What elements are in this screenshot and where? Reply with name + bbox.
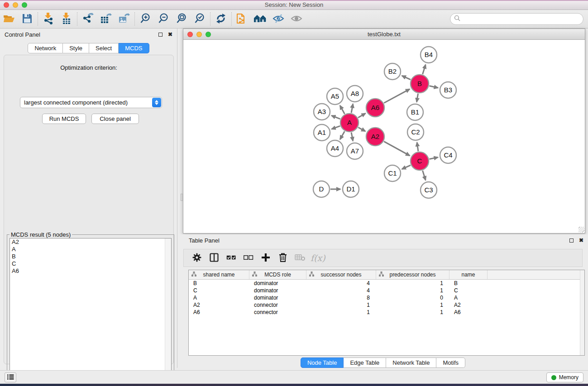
table-row[interactable]: Adominator80A <box>189 294 584 301</box>
cell-MCDS-role[interactable]: dominator <box>249 280 306 286</box>
column-header-MCDS-role[interactable]: MCDS role <box>249 270 306 279</box>
deselect-all-button[interactable] <box>242 251 255 265</box>
result-item[interactable]: A6 <box>10 267 171 275</box>
edge-C-C4[interactable] <box>430 157 438 159</box>
edge-B-B3[interactable] <box>429 86 438 88</box>
column-header-name[interactable]: name <box>449 270 488 279</box>
node-B3[interactable]: B3 <box>440 82 456 98</box>
network-from-file-button[interactable] <box>233 11 251 27</box>
refresh-button[interactable] <box>212 11 230 27</box>
zoom-selected-button[interactable] <box>191 11 209 27</box>
node-A6[interactable]: A6 <box>366 99 384 117</box>
node-B1[interactable]: B1 <box>407 104 423 120</box>
edge-A-A1[interactable] <box>332 126 340 129</box>
node-B[interactable]: B <box>411 75 429 93</box>
edge-B-B2[interactable] <box>402 76 411 80</box>
table-row[interactable]: Cdominator41C <box>189 287 584 294</box>
tab-network-table[interactable]: Network Table <box>386 357 436 368</box>
import-network-button[interactable] <box>39 11 57 27</box>
result-scrollbar[interactable] <box>165 238 171 385</box>
zoom-out-button[interactable] <box>154 11 172 27</box>
show-columns-button[interactable] <box>207 251 221 265</box>
cell-name[interactable]: C <box>449 287 488 294</box>
cell-successor-nodes[interactable]: 8 <box>306 295 376 301</box>
column-header-successor-nodes[interactable]: successor nodes <box>306 270 376 279</box>
cell-shared-name[interactable]: A2 <box>189 302 249 308</box>
edge-C-C1[interactable] <box>402 165 411 169</box>
save-session-button[interactable] <box>18 11 36 27</box>
minimize-network-window-button[interactable] <box>196 32 202 37</box>
node-A3[interactable]: A3 <box>314 104 330 120</box>
edge-A6-B[interactable] <box>384 89 410 103</box>
close-panel-icon[interactable]: ✖ <box>168 31 172 38</box>
edge-A2-C[interactable] <box>384 142 410 156</box>
node-C2[interactable]: C2 <box>407 124 424 140</box>
edge-C-C3[interactable] <box>423 171 426 180</box>
minimize-window-button[interactable] <box>13 2 18 8</box>
float-table-panel-icon[interactable] <box>569 238 574 243</box>
close-network-window-button[interactable] <box>187 32 193 37</box>
node-C[interactable]: C <box>411 152 429 170</box>
result-item[interactable]: C <box>10 260 171 267</box>
window-resize-grip[interactable] <box>578 227 584 233</box>
cell-predecessor-nodes[interactable]: 1 <box>376 287 449 294</box>
tab-mcds[interactable]: MCDS <box>119 43 149 53</box>
show-graphics-details-button[interactable] <box>287 11 306 27</box>
delete-column-button[interactable] <box>276 251 290 265</box>
column-header-predecessor-nodes[interactable]: predecessor nodes <box>376 270 449 279</box>
result-item[interactable]: A <box>10 246 171 253</box>
cell-successor-nodes[interactable]: 4 <box>306 280 376 286</box>
cell-predecessor-nodes[interactable]: 1 <box>376 309 449 315</box>
zoom-in-button[interactable] <box>136 11 154 27</box>
result-item[interactable]: A2 <box>10 238 171 246</box>
cell-shared-name[interactable]: C <box>189 287 249 294</box>
node-B2[interactable]: B2 <box>384 63 401 80</box>
open-session-button[interactable] <box>0 11 18 27</box>
float-panel-icon[interactable] <box>158 33 163 37</box>
delete-table-button[interactable] <box>293 251 307 265</box>
tab-motifs[interactable]: Motifs <box>436 357 465 368</box>
cell-shared-name[interactable]: B <box>189 280 249 286</box>
table-settings-button[interactable] <box>190 251 204 265</box>
zoom-fit-button[interactable] <box>172 11 191 27</box>
close-table-panel-icon[interactable]: ✖ <box>579 237 583 243</box>
node-table[interactable]: shared nameMCDS rolesuccessor nodesprede… <box>188 270 585 356</box>
memory-button[interactable]: Memory <box>546 372 583 382</box>
cell-MCDS-role[interactable]: dominator <box>249 295 306 301</box>
run-mcds-button[interactable]: Run MCDS <box>42 114 86 124</box>
node-A[interactable]: A <box>340 114 359 132</box>
edge-C-C2[interactable] <box>417 143 418 151</box>
edge-B-B1[interactable] <box>417 94 418 102</box>
node-C1[interactable]: C1 <box>384 165 401 181</box>
edge-A-A6[interactable] <box>358 114 365 118</box>
node-D1[interactable]: D1 <box>343 181 359 197</box>
import-table-button[interactable] <box>57 11 76 27</box>
export-network-button[interactable] <box>79 11 97 27</box>
export-table-button[interactable] <box>97 11 115 27</box>
network-window-controls[interactable] <box>187 32 211 37</box>
cell-predecessor-nodes[interactable]: 0 <box>376 295 449 301</box>
close-window-button[interactable] <box>4 2 9 8</box>
cell-MCDS-role[interactable]: connector <box>249 309 306 315</box>
split-pane-handle[interactable] <box>181 194 183 201</box>
tab-style[interactable]: Style <box>63 43 89 53</box>
zoom-network-window-button[interactable] <box>206 32 211 37</box>
cell-name[interactable]: B <box>449 280 488 286</box>
node-C4[interactable]: C4 <box>440 147 456 163</box>
edge-A-A2[interactable] <box>358 128 365 132</box>
cell-successor-nodes[interactable]: 1 <box>306 302 376 308</box>
zoom-window-button[interactable] <box>22 2 27 8</box>
edge-A-A3[interactable] <box>331 115 340 119</box>
node-A2[interactable]: A2 <box>366 128 384 146</box>
search-box[interactable] <box>450 13 583 25</box>
edge-A-A4[interactable] <box>340 131 344 139</box>
cell-name[interactable]: A2 <box>449 302 488 308</box>
tab-select[interactable]: Select <box>89 43 119 53</box>
column-header-shared-name[interactable]: shared name <box>189 270 249 279</box>
node-A1[interactable]: A1 <box>314 124 330 141</box>
network-window-titlebar[interactable]: testGlobe.txt <box>183 29 585 40</box>
cell-MCDS-role[interactable]: dominator <box>249 287 306 294</box>
cell-successor-nodes[interactable]: 4 <box>306 287 376 294</box>
cell-shared-name[interactable]: A6 <box>189 309 249 315</box>
tab-edge-table[interactable]: Edge Table <box>344 357 386 368</box>
